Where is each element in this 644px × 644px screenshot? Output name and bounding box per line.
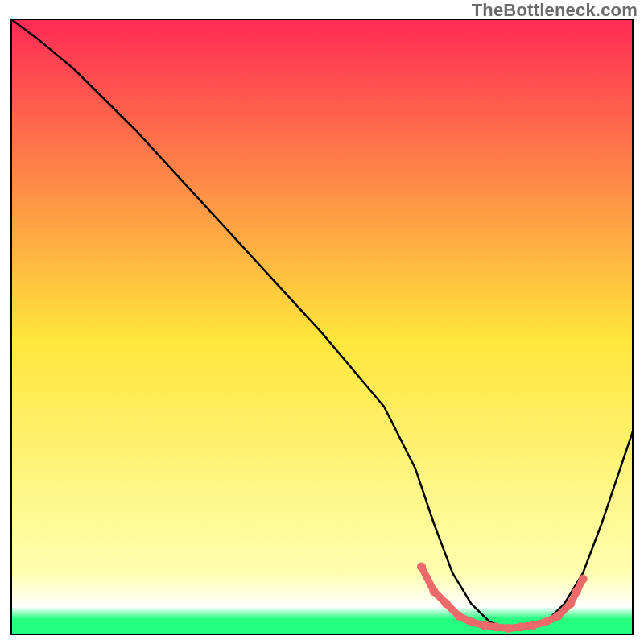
highlight-dot [529,621,538,630]
highlight-dot [492,622,501,631]
highlight-dot [467,617,476,626]
highlight-dot [566,599,575,608]
highlight-dot [442,599,451,608]
highlight-dot [517,622,526,631]
highlight-dot [417,563,426,572]
highlight-dot [454,612,463,621]
plot-background [11,19,633,634]
highlight-dot [504,624,513,633]
bottleneck-chart [0,0,644,644]
highlight-dot [572,587,581,596]
highlight-dot [579,575,588,584]
highlight-dot [554,612,563,621]
highlight-dot [541,617,550,626]
chart-stage: TheBottleneck.com [0,0,644,644]
highlight-dot [479,621,488,630]
highlight-dot [430,587,439,596]
